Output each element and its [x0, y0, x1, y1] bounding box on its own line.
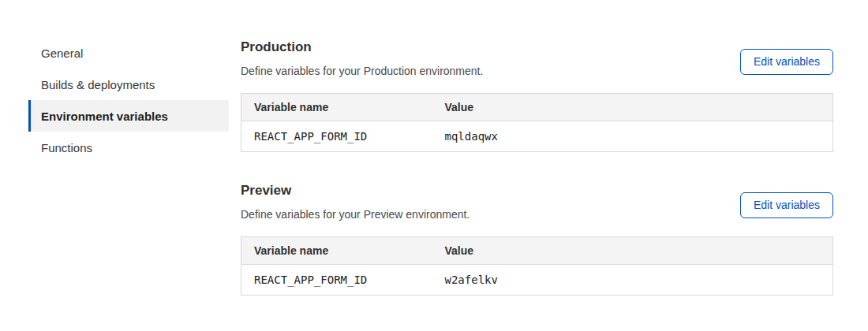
- settings-content: Production Define variables for your Pro…: [241, 37, 833, 296]
- sidebar-item-label: General: [41, 46, 83, 60]
- production-variables-table: Variable name Value REACT_APP_FORM_ID mq…: [241, 93, 833, 152]
- preview-section-text: Preview Define variables for your Previe…: [241, 180, 470, 221]
- production-description: Define variables for your Production env…: [241, 65, 483, 77]
- edit-variables-button-preview[interactable]: Edit variables: [740, 192, 833, 218]
- table-header-row: Variable name Value: [241, 237, 833, 265]
- sidebar-item-label: Functions: [41, 141, 92, 154]
- sidebar-item-general[interactable]: General: [28, 37, 229, 69]
- variable-name-cell: REACT_APP_FORM_ID: [241, 121, 432, 152]
- settings-page: General Builds & deployments Environment…: [0, 0, 868, 296]
- production-section: Production Define variables for your Pro…: [241, 37, 833, 152]
- sidebar-item-label: Builds & deployments: [41, 78, 155, 91]
- sidebar-item-label: Environment variables: [41, 110, 168, 123]
- variable-value-cell: w2afelkv: [432, 265, 833, 296]
- preview-title: Preview: [241, 183, 470, 199]
- production-section-text: Production Define variables for your Pro…: [241, 37, 483, 77]
- sidebar-item-functions[interactable]: Functions: [28, 132, 229, 163]
- sidebar-item-environment-variables[interactable]: Environment variables: [28, 100, 229, 132]
- variable-name-cell: REACT_APP_FORM_ID: [241, 265, 432, 296]
- table-row: REACT_APP_FORM_ID w2afelkv: [241, 265, 833, 296]
- preview-section-header: Preview Define variables for your Previe…: [241, 180, 833, 221]
- variable-value-cell: mqldaqwx: [432, 121, 833, 152]
- column-header-value: Value: [432, 237, 833, 265]
- table-header-row: Variable name Value: [241, 94, 833, 121]
- preview-variables-table: Variable name Value REACT_APP_FORM_ID w2…: [241, 236, 833, 296]
- sidebar-item-builds-deployments[interactable]: Builds & deployments: [28, 69, 229, 100]
- edit-variables-button-production[interactable]: Edit variables: [740, 49, 833, 75]
- preview-section: Preview Define variables for your Previe…: [241, 180, 833, 296]
- column-header-variable-name: Variable name: [241, 94, 432, 121]
- production-title: Production: [241, 39, 483, 55]
- preview-description: Define variables for your Preview enviro…: [241, 208, 470, 221]
- column-header-variable-name: Variable name: [241, 237, 432, 265]
- column-header-value: Value: [432, 94, 833, 121]
- settings-sidebar: General Builds & deployments Environment…: [28, 37, 229, 296]
- production-section-header: Production Define variables for your Pro…: [241, 37, 833, 77]
- table-row: REACT_APP_FORM_ID mqldaqwx: [241, 121, 833, 152]
